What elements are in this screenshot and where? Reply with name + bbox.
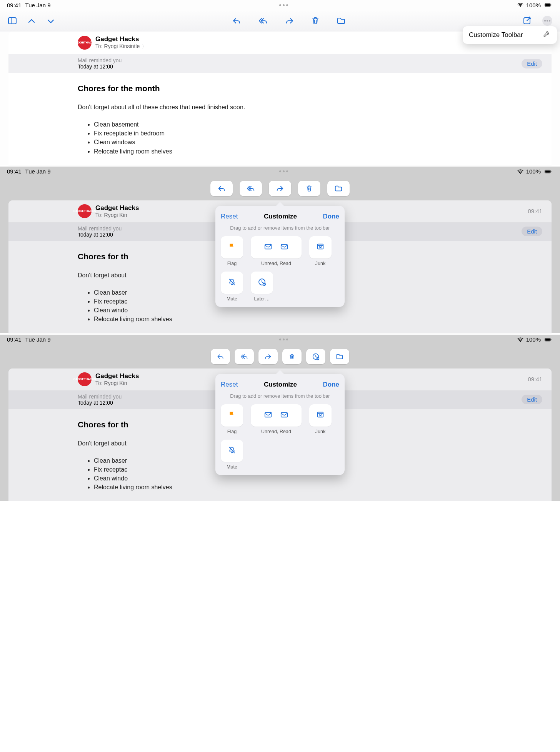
flag-icon — [228, 410, 236, 420]
reply-all-button[interactable] — [240, 181, 262, 196]
forward-button[interactable] — [258, 349, 278, 364]
read-icon — [280, 410, 289, 420]
next-message-icon[interactable] — [46, 17, 55, 25]
more-button[interactable] — [542, 16, 552, 26]
battery-icon — [543, 2, 553, 8]
toolbar-item-unread-read[interactable]: Unread, Read — [251, 236, 302, 266]
reminder-banner: Mail reminded you Today at 12:00 Edit — [8, 54, 552, 73]
done-button[interactable]: Done — [323, 213, 339, 220]
reset-button[interactable]: Reset — [221, 381, 238, 389]
message-body: Chores for the month Don't forget about … — [8, 73, 552, 165]
status-bar: 09:41 Tue Jan 9 100% — [0, 0, 560, 10]
later-button[interactable] — [306, 349, 325, 364]
trash-button[interactable] — [282, 349, 302, 364]
forward-button[interactable] — [269, 181, 291, 196]
status-bar: 09:41Tue Jan 9 100% — [0, 167, 560, 177]
chevron-right-icon: 〉 — [142, 44, 147, 49]
mute-icon — [228, 446, 236, 456]
avatar: GADGETHACKS — [78, 204, 92, 218]
reply-all-button[interactable] — [235, 349, 254, 364]
flag-icon — [228, 242, 236, 252]
screen-1: 09:41 Tue Jan 9 100% Customize Toolb — [0, 0, 560, 165]
message-timestamp: 09:41 — [528, 376, 552, 382]
toolbar-item-flag[interactable]: Flag — [221, 236, 243, 266]
recipient-line[interactable]: To: Ryogi Kinsintle 〉 — [95, 43, 552, 50]
customize-popover: Reset Customize Done Drag to add or remo… — [215, 374, 345, 475]
avatar: GADGETHACKS — [78, 36, 92, 50]
forward-icon[interactable] — [285, 16, 295, 25]
junk-icon — [316, 242, 325, 252]
move-button[interactable] — [330, 349, 349, 364]
previous-message-icon[interactable] — [27, 17, 36, 25]
toolbar-item-junk[interactable]: Junk — [309, 236, 332, 266]
wrench-icon — [543, 30, 551, 40]
move-icon[interactable] — [336, 16, 346, 25]
toolbar-item-mute[interactable]: Mute — [221, 440, 243, 470]
screen-3: 09:41Tue Jan 9 100% GADGETHACKS Gadget H… — [0, 335, 560, 501]
message-subject: Chores for the month — [78, 84, 552, 93]
chore-list: Clean basement Fix receptacle in bedroom… — [78, 120, 552, 156]
later-icon — [257, 277, 267, 288]
unread-icon — [263, 410, 273, 420]
message-timestamp: 09:41 — [528, 208, 552, 214]
reminder-edit-button[interactable]: Edit — [522, 227, 542, 236]
read-icon — [280, 242, 289, 252]
toolbar-item-mute[interactable]: Mute — [221, 272, 243, 302]
avatar: GADGETHACKS — [78, 372, 92, 386]
status-battery-pct: 100% — [526, 2, 541, 8]
reply-icon[interactable] — [232, 16, 242, 25]
compose-icon[interactable] — [522, 16, 532, 25]
reset-button[interactable]: Reset — [221, 213, 238, 220]
battery-icon — [543, 168, 553, 175]
battery-icon — [543, 336, 553, 343]
reply-button[interactable] — [211, 349, 230, 364]
customize-popover: Reset Customize Done Drag to add or remo… — [215, 206, 345, 307]
toolbar-item-flag[interactable]: Flag — [221, 404, 243, 434]
list-item: Relocate living room shelves — [94, 147, 552, 156]
wifi-icon — [517, 2, 524, 8]
unread-icon — [263, 242, 273, 252]
toolbar-item-junk[interactable]: Junk — [309, 404, 332, 434]
popover-subtitle: Drag to add or remove items from the too… — [221, 225, 339, 231]
popover-title: Customize — [264, 381, 297, 389]
reminder-edit-button[interactable]: Edit — [522, 395, 542, 404]
message-intro: Don't forget about all of these chores t… — [78, 104, 552, 111]
status-date: Tue Jan 9 — [25, 2, 51, 8]
reply-button[interactable] — [210, 181, 233, 196]
wifi-icon — [517, 168, 524, 175]
status-bar: 09:41Tue Jan 9 100% — [0, 335, 560, 345]
status-time: 09:41 — [7, 2, 22, 8]
multitask-dots-icon[interactable] — [279, 170, 288, 172]
list-item: Fix receptacle in bedroom — [94, 129, 552, 138]
done-button[interactable]: Done — [323, 381, 339, 389]
multitask-dots-icon[interactable] — [279, 4, 288, 6]
trash-icon[interactable] — [311, 16, 320, 25]
move-button[interactable] — [327, 181, 350, 196]
multitask-dots-icon[interactable] — [279, 338, 288, 340]
screen-2: 09:41Tue Jan 9 100% GADGETHACKS Gadget H… — [0, 167, 560, 333]
customize-toolbar-menu-item[interactable]: Customize Toolbar — [463, 26, 557, 44]
toolbar-item-later[interactable]: Later… — [251, 272, 273, 302]
reminder-edit-button[interactable]: Edit — [522, 59, 542, 68]
sidebar-toggle-icon[interactable] — [8, 17, 17, 25]
junk-icon — [316, 410, 325, 420]
toolbar-item-unread-read[interactable]: Unread, Read — [251, 404, 302, 434]
list-item: Clean basement — [94, 120, 552, 129]
customize-toolbar-label: Customize Toolbar — [469, 31, 523, 39]
list-item: Clean windows — [94, 138, 552, 147]
toolbar-customizing — [0, 345, 560, 368]
message-card: GADGETHACKS Gadget Hacks To: Ryogi Kinsi… — [8, 32, 552, 165]
trash-button[interactable] — [298, 181, 320, 196]
popover-title: Customize — [264, 213, 297, 220]
popover-subtitle: Drag to add or remove items from the too… — [221, 393, 339, 399]
mute-icon — [228, 278, 236, 288]
toolbar-customizing — [0, 177, 560, 200]
reply-all-icon[interactable] — [258, 16, 268, 25]
wifi-icon — [517, 336, 524, 343]
